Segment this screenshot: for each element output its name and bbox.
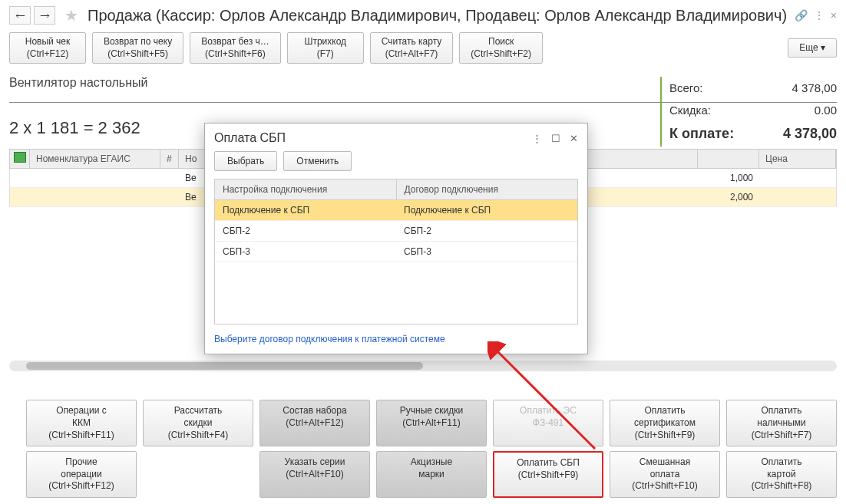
col-number[interactable]: # [160, 150, 179, 168]
search-button[interactable]: Поиск (Ctrl+Shift+F2) [459, 32, 543, 64]
total-label: Всего: [669, 81, 703, 94]
col-qty[interactable] [698, 150, 759, 168]
kkm-ops-button[interactable]: Операции с ККМ (Ctrl+Shift+F11) [26, 400, 137, 446]
due-label: К оплате: [669, 126, 734, 142]
set-composition-button[interactable]: Состав набора (Ctrl+Alt+F12) [259, 400, 370, 446]
barcode-button[interactable]: Штрихкод (F7) [287, 32, 364, 64]
horizontal-scrollbar[interactable] [9, 361, 837, 371]
discount-label: Скидка: [669, 104, 711, 117]
more-button[interactable]: Еще ▾ [788, 38, 837, 58]
dialog-hint: Выберите договор подключения к платежной… [205, 324, 587, 354]
discount-value: 0.00 [815, 104, 837, 117]
more-menu-icon[interactable]: ⋮ [814, 9, 825, 21]
specify-series-button[interactable]: Указать серии (Ctrl+Alt+F10) [259, 451, 370, 498]
col-price[interactable]: Цена [759, 150, 836, 168]
dialog-col-settings[interactable]: Настройка подключения [215, 180, 397, 199]
pay-certificate-button[interactable]: Оплатить сертификатом (Ctrl+Shift+F9) [610, 400, 720, 446]
favorite-star-icon[interactable]: ★ [64, 6, 78, 25]
dialog-maximize-icon[interactable]: ☐ [551, 133, 560, 144]
mixed-payment-button[interactable]: Смешанная оплата (Ctrl+Shift+F10) [610, 451, 720, 498]
dialog-menu-icon[interactable]: ⋮ [532, 133, 542, 144]
total-value: 4 378,00 [792, 81, 837, 94]
dialog-row[interactable]: СБП-2 СБП-2 [215, 221, 577, 242]
other-ops-button[interactable]: Прочие операции (Ctrl+Shift+F12) [26, 451, 137, 498]
pay-es-button: Оплатить ЭС ФЗ-491 [493, 400, 603, 446]
dialog-close-icon[interactable]: ✕ [570, 133, 578, 144]
dialog-col-contract[interactable]: Договор подключения [397, 180, 578, 199]
excise-stamps-button[interactable]: Акцизные марки [376, 451, 487, 498]
link-icon[interactable]: 🔗 [795, 9, 808, 21]
new-check-button[interactable]: Новый чек (Ctrl+F12) [9, 32, 86, 64]
totals-panel: Всего: 4 378,00 Скидка: 0.00 К оплате: 4… [660, 77, 837, 147]
pay-cash-button[interactable]: Оплатить наличными (Ctrl+Shift+F7) [726, 400, 837, 446]
close-icon[interactable]: × [831, 9, 837, 21]
nav-back-button[interactable]: 🡐 [9, 6, 31, 25]
egais-icon-header [10, 150, 30, 168]
pay-card-button[interactable]: Оплатить картой (Ctrl+Shift+F8) [726, 451, 837, 498]
page-title: Продажа (Кассир: Орлов Александр Владими… [88, 7, 788, 25]
return-no-check-button[interactable]: Возврат без ч… (Ctrl+Shift+F6) [190, 32, 281, 64]
calc-discounts-button[interactable]: Рассчитать скидки (Ctrl+Shift+F4) [143, 400, 253, 446]
sbp-payment-dialog: Оплата СБП ⋮ ☐ ✕ Выбрать Отменить Настро… [204, 123, 588, 354]
due-value: 4 378,00 [783, 126, 837, 142]
dialog-select-button[interactable]: Выбрать [214, 151, 277, 171]
dialog-title: Оплата СБП [214, 131, 532, 145]
col-nomenclature[interactable]: Номенклатура ЕГАИС [30, 150, 160, 168]
manual-discounts-button[interactable]: Ручные скидки (Ctrl+Alt+F11) [376, 400, 487, 446]
nav-forward-button[interactable]: 🡒 [34, 6, 55, 25]
dialog-row[interactable]: СБП-3 СБП-3 [215, 242, 577, 262]
read-card-button[interactable]: Считать карту (Ctrl+Alt+F7) [370, 32, 454, 64]
pay-sbp-button[interactable]: Оплатить СБП (Ctrl+Shift+F9) [493, 451, 603, 498]
dialog-cancel-button[interactable]: Отменить [283, 151, 352, 171]
dialog-row[interactable]: Подключение к СБП Подключение к СБП [215, 200, 577, 221]
return-check-button[interactable]: Возврат по чеку (Ctrl+Shift+F5) [92, 32, 183, 64]
